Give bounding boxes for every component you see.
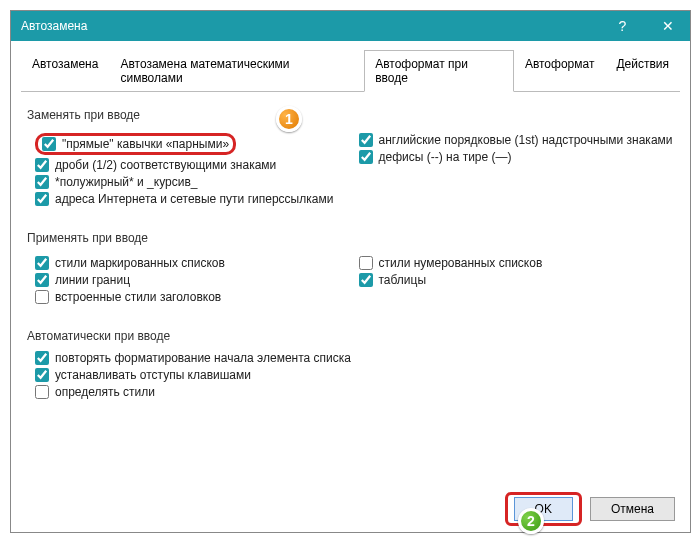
cb-heading-styles[interactable] (35, 290, 49, 304)
group2-title: Применять при вводе (27, 231, 674, 245)
lbl-bold-italic: *полужирный* и _курсив_ (55, 175, 197, 189)
lbl-tables: таблицы (379, 273, 427, 287)
cb-tables[interactable] (359, 273, 373, 287)
group1-title: Заменять при вводе (27, 108, 674, 122)
group3-title: Автоматически при вводе (27, 329, 674, 343)
cb-define-styles[interactable] (35, 385, 49, 399)
lbl-hyphens: дефисы (--) на тире (—) (379, 150, 512, 164)
callout-2: 2 (518, 508, 544, 534)
lbl-heading-styles: встроенные стили заголовков (55, 290, 221, 304)
cb-ordinals[interactable] (359, 133, 373, 147)
lbl-ordinals: английские порядковые (1st) надстрочными… (379, 133, 673, 147)
close-button[interactable]: ✕ (645, 11, 690, 41)
titlebar: Автозамена ? ✕ (11, 11, 690, 41)
callout-1: 1 (276, 106, 302, 132)
tab-bar: Автозамена Автозамена математическими си… (21, 49, 680, 92)
tab-autoformat-typing[interactable]: Автоформат при вводе (364, 50, 514, 92)
lbl-fractions: дроби (1/2) соответствующими знаками (55, 158, 276, 172)
cb-numbered-styles[interactable] (359, 256, 373, 270)
cb-hyphens[interactable] (359, 150, 373, 164)
lbl-bullet-styles: стили маркированных списков (55, 256, 225, 270)
tab-autocorrect[interactable]: Автозамена (21, 50, 109, 92)
help-button[interactable]: ? (600, 11, 645, 41)
cb-fractions[interactable] (35, 158, 49, 172)
lbl-tab-indents: устанавливать отступы клавишами (55, 368, 251, 382)
tab-actions[interactable]: Действия (605, 50, 680, 92)
highlight-box-1: "прямые" кавычки «парными» (35, 133, 236, 155)
window-title: Автозамена (21, 19, 600, 33)
tab-autoformat[interactable]: Автоформат (514, 50, 606, 92)
cb-repeat-format[interactable] (35, 351, 49, 365)
cb-bold-italic[interactable] (35, 175, 49, 189)
cb-internet-paths[interactable] (35, 192, 49, 206)
cb-straight-quotes[interactable] (42, 137, 56, 151)
cb-border-lines[interactable] (35, 273, 49, 287)
lbl-internet-paths: адреса Интернета и сетевые пути гиперссы… (55, 192, 333, 206)
lbl-numbered-styles: стили нумерованных списков (379, 256, 543, 270)
lbl-border-lines: линии границ (55, 273, 130, 287)
tab-math-autocorrect[interactable]: Автозамена математическими символами (109, 50, 364, 92)
content-area: Заменять при вводе "прямые" кавычки «пар… (11, 92, 690, 414)
lbl-straight-quotes: "прямые" кавычки «парными» (62, 137, 229, 151)
lbl-repeat-format: повторять форматирование начала элемента… (55, 351, 351, 365)
dialog-window: Автозамена ? ✕ Автозамена Автозамена мат… (10, 10, 691, 533)
cb-tab-indents[interactable] (35, 368, 49, 382)
cb-bullet-styles[interactable] (35, 256, 49, 270)
cancel-button[interactable]: Отмена (590, 497, 675, 521)
lbl-define-styles: определять стили (55, 385, 155, 399)
